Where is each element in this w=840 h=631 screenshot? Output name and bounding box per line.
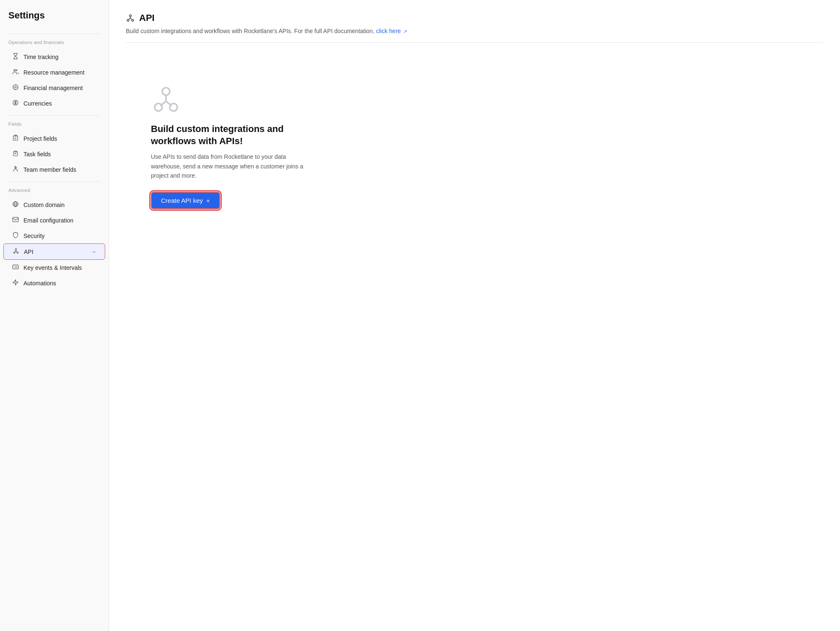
sidebar-item-custom-domain[interactable]: Custom domain (3, 197, 105, 212)
security-label: Security (23, 233, 45, 239)
divider-1 (8, 34, 100, 34)
project-fields-label: Project fields (23, 135, 57, 142)
automations-icon (12, 279, 19, 287)
subtitle-text: Build custom integrations and workflows … (126, 28, 374, 34)
section-label-advanced: Advanced (0, 188, 109, 197)
task-fields-label: Task fields (23, 151, 51, 158)
sidebar-item-financial-management[interactable]: Financial management (3, 80, 105, 96)
divider-2 (8, 115, 100, 116)
currencies-label: Currencies (23, 100, 52, 107)
create-api-key-label: Create API key (161, 197, 203, 204)
plus-icon: + (206, 197, 210, 204)
hourglass-icon (12, 53, 19, 61)
svg-point-3 (15, 86, 16, 88)
empty-state-api-icon (151, 85, 181, 115)
settings-title: Settings (0, 10, 109, 29)
shield-icon (12, 232, 19, 240)
svg-point-1 (16, 70, 17, 71)
email-configuration-label: Email configuration (23, 217, 73, 224)
section-label-fields: Fields (0, 122, 109, 131)
sidebar-item-team-member-fields[interactable]: Team member fields (3, 162, 105, 177)
svg-rect-15 (13, 265, 18, 269)
sidebar-item-email-configuration[interactable]: Email configuration (3, 212, 105, 228)
sidebar-item-time-tracking[interactable]: Time tracking (3, 49, 105, 65)
key-events-icon (12, 264, 19, 272)
page-api-icon (126, 13, 135, 23)
page-title: API (139, 13, 155, 23)
sidebar-item-task-fields[interactable]: Task fields (3, 146, 105, 162)
sidebar-item-automations[interactable]: Automations (3, 275, 105, 291)
sidebar-item-key-events[interactable]: Key events & Intervals (3, 260, 105, 275)
sidebar-item-api[interactable]: API → (3, 243, 105, 260)
external-link-icon: ↗ (403, 29, 407, 34)
empty-state-description: Use APIs to send data from Rocketlane to… (151, 152, 310, 180)
api-arrow-icon: → (91, 248, 96, 255)
main-content: API Build custom integrations and workfl… (109, 0, 840, 631)
sidebar-item-resource-management[interactable]: Resource management (3, 65, 105, 80)
svg-point-0 (14, 70, 16, 71)
task-list-icon (12, 150, 19, 158)
empty-state-title: Build custom integrations and workflows … (151, 123, 293, 147)
custom-domain-label: Custom domain (23, 202, 65, 208)
dollar-circle-icon (12, 99, 19, 107)
svg-rect-6 (13, 136, 18, 140)
envelope-icon (12, 216, 19, 224)
resource-management-label: Resource management (23, 69, 85, 76)
sidebar: Settings Operations and financials Time … (0, 0, 109, 631)
sidebar-item-currencies[interactable]: Currencies (3, 96, 105, 111)
section-label-operations: Operations and financials (0, 40, 109, 49)
automations-label: Automations (23, 280, 56, 287)
clipboard-icon (12, 134, 19, 142)
globe-icon (12, 201, 19, 209)
divider-3 (8, 181, 100, 182)
svg-rect-7 (15, 151, 16, 152)
api-icon (12, 248, 20, 256)
api-label: API (24, 248, 34, 255)
key-events-label: Key events & Intervals (23, 264, 82, 271)
sidebar-item-project-fields[interactable]: Project fields (3, 131, 105, 146)
person-badge-icon (12, 166, 19, 173)
gear-circle-icon (12, 84, 19, 92)
page-header: API (126, 13, 823, 23)
page-divider (126, 42, 823, 43)
financial-management-label: Financial management (23, 85, 83, 91)
time-tracking-label: Time tracking (23, 54, 59, 60)
svg-point-21 (162, 88, 170, 95)
sidebar-item-security[interactable]: Security (3, 228, 105, 243)
svg-rect-11 (13, 217, 18, 222)
team-member-fields-label: Team member fields (23, 166, 76, 173)
page-subtitle: Build custom integrations and workflows … (126, 27, 823, 36)
users-icon (12, 68, 19, 76)
subtitle-link[interactable]: click here ↗ (376, 28, 407, 34)
empty-state: Build custom integrations and workflows … (126, 68, 823, 209)
create-api-key-button[interactable]: Create API key + (151, 192, 220, 209)
